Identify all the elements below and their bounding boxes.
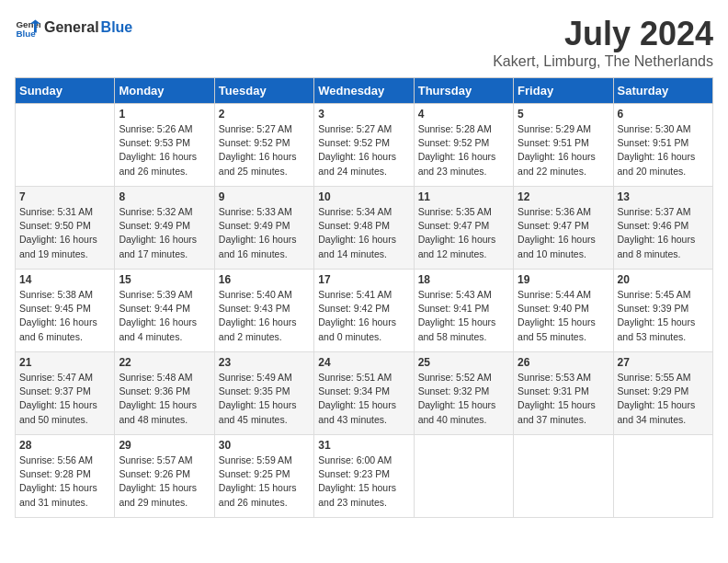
calendar-body: 1Sunrise: 5:26 AM Sunset: 9:53 PM Daylig…: [16, 104, 713, 518]
calendar-cell: 31Sunrise: 6:00 AM Sunset: 9:23 PM Dayli…: [314, 435, 414, 518]
day-number: 4: [418, 108, 509, 121]
cell-content: Sunrise: 5:27 AM Sunset: 9:52 PM Dayligh…: [318, 122, 409, 178]
calendar-cell: 29Sunrise: 5:57 AM Sunset: 9:26 PM Dayli…: [115, 435, 214, 518]
logo-general-text: General: [44, 19, 99, 36]
calendar-cell: 8Sunrise: 5:32 AM Sunset: 9:49 PM Daylig…: [115, 187, 214, 270]
calendar-cell: 17Sunrise: 5:41 AM Sunset: 9:42 PM Dayli…: [314, 270, 414, 352]
cell-content: Sunrise: 5:57 AM Sunset: 9:26 PM Dayligh…: [119, 454, 210, 510]
calendar-week-row: 7Sunrise: 5:31 AM Sunset: 9:50 PM Daylig…: [16, 187, 713, 270]
title-area: July 2024 Kakert, Limburg, The Netherlan…: [493, 15, 713, 70]
day-number: 13: [618, 190, 709, 203]
calendar-cell: 21Sunrise: 5:47 AM Sunset: 9:37 PM Dayli…: [16, 352, 115, 435]
svg-text:Blue: Blue: [16, 29, 36, 39]
calendar-cell: 4Sunrise: 5:28 AM Sunset: 9:52 PM Daylig…: [414, 104, 513, 187]
day-number: 28: [19, 439, 110, 452]
page-header: General Blue General Blue July 2024 Kake…: [15, 15, 713, 70]
cell-content: Sunrise: 5:48 AM Sunset: 9:36 PM Dayligh…: [119, 371, 210, 427]
day-number: 26: [518, 356, 609, 369]
calendar-week-row: 14Sunrise: 5:38 AM Sunset: 9:45 PM Dayli…: [16, 270, 713, 352]
calendar-cell: 23Sunrise: 5:49 AM Sunset: 9:35 PM Dayli…: [214, 352, 313, 435]
day-number: 6: [618, 108, 709, 121]
logo: General Blue General Blue: [15, 15, 132, 40]
calendar-cell: [613, 435, 712, 518]
calendar-cell: 5Sunrise: 5:29 AM Sunset: 9:51 PM Daylig…: [514, 104, 613, 187]
day-header-monday: Monday: [115, 78, 214, 104]
calendar-cell: 16Sunrise: 5:40 AM Sunset: 9:43 PM Dayli…: [214, 270, 313, 352]
calendar-cell: 14Sunrise: 5:38 AM Sunset: 9:45 PM Dayli…: [16, 270, 115, 352]
day-number: 3: [318, 108, 409, 121]
day-number: 5: [518, 108, 609, 121]
day-header-friday: Friday: [514, 78, 613, 104]
logo-icon: General Blue: [15, 15, 40, 40]
calendar-cell: 10Sunrise: 5:34 AM Sunset: 9:48 PM Dayli…: [314, 187, 414, 270]
cell-content: Sunrise: 5:37 AM Sunset: 9:46 PM Dayligh…: [618, 205, 709, 261]
cell-content: Sunrise: 5:41 AM Sunset: 9:42 PM Dayligh…: [318, 288, 409, 344]
cell-content: Sunrise: 5:31 AM Sunset: 9:50 PM Dayligh…: [19, 205, 110, 261]
calendar-cell: 15Sunrise: 5:39 AM Sunset: 9:44 PM Dayli…: [115, 270, 214, 352]
day-header-wednesday: Wednesday: [314, 78, 414, 104]
calendar-cell: 19Sunrise: 5:44 AM Sunset: 9:40 PM Dayli…: [514, 270, 613, 352]
calendar-cell: 30Sunrise: 5:59 AM Sunset: 9:25 PM Dayli…: [214, 435, 313, 518]
calendar-cell: 26Sunrise: 5:53 AM Sunset: 9:31 PM Dayli…: [514, 352, 613, 435]
day-number: 24: [318, 356, 409, 369]
cell-content: Sunrise: 5:53 AM Sunset: 9:31 PM Dayligh…: [518, 371, 609, 427]
day-header-sunday: Sunday: [16, 78, 115, 104]
day-number: 30: [219, 439, 310, 452]
cell-content: Sunrise: 5:55 AM Sunset: 9:29 PM Dayligh…: [618, 371, 709, 427]
calendar-cell: [514, 435, 613, 518]
month-title: July 2024: [493, 15, 713, 53]
day-number: 1: [119, 108, 210, 121]
day-number: 21: [19, 356, 110, 369]
calendar-week-row: 21Sunrise: 5:47 AM Sunset: 9:37 PM Dayli…: [16, 352, 713, 435]
day-number: 18: [418, 273, 509, 286]
calendar-table: SundayMondayTuesdayWednesdayThursdayFrid…: [15, 77, 713, 518]
calendar-cell: 9Sunrise: 5:33 AM Sunset: 9:49 PM Daylig…: [214, 187, 313, 270]
cell-content: Sunrise: 5:47 AM Sunset: 9:37 PM Dayligh…: [19, 371, 110, 427]
day-number: 23: [219, 356, 310, 369]
cell-content: Sunrise: 5:29 AM Sunset: 9:51 PM Dayligh…: [518, 122, 609, 178]
calendar-cell: 3Sunrise: 5:27 AM Sunset: 9:52 PM Daylig…: [314, 104, 414, 187]
cell-content: Sunrise: 5:27 AM Sunset: 9:52 PM Dayligh…: [219, 122, 310, 178]
day-number: 22: [119, 356, 210, 369]
calendar-cell: 24Sunrise: 5:51 AM Sunset: 9:34 PM Dayli…: [314, 352, 414, 435]
day-number: 8: [119, 190, 210, 203]
day-number: 11: [418, 190, 509, 203]
location-title: Kakert, Limburg, The Netherlands: [493, 53, 713, 70]
day-number: 10: [318, 190, 409, 203]
calendar-cell: 2Sunrise: 5:27 AM Sunset: 9:52 PM Daylig…: [214, 104, 313, 187]
day-number: 17: [318, 273, 409, 286]
day-number: 25: [418, 356, 509, 369]
day-number: 16: [219, 273, 310, 286]
day-number: 19: [518, 273, 609, 286]
cell-content: Sunrise: 5:35 AM Sunset: 9:47 PM Dayligh…: [418, 205, 509, 261]
calendar-cell: 20Sunrise: 5:45 AM Sunset: 9:39 PM Dayli…: [613, 270, 712, 352]
calendar-cell: 25Sunrise: 5:52 AM Sunset: 9:32 PM Dayli…: [414, 352, 513, 435]
cell-content: Sunrise: 5:39 AM Sunset: 9:44 PM Dayligh…: [119, 288, 210, 344]
day-number: 12: [518, 190, 609, 203]
logo-blue-text: Blue: [101, 19, 133, 36]
cell-content: Sunrise: 5:56 AM Sunset: 9:28 PM Dayligh…: [19, 454, 110, 510]
day-number: 29: [119, 439, 210, 452]
calendar-cell: 27Sunrise: 5:55 AM Sunset: 9:29 PM Dayli…: [613, 352, 712, 435]
calendar-header-row: SundayMondayTuesdayWednesdayThursdayFrid…: [16, 78, 713, 104]
day-number: 31: [318, 439, 409, 452]
cell-content: Sunrise: 5:40 AM Sunset: 9:43 PM Dayligh…: [219, 288, 310, 344]
calendar-cell: [16, 104, 115, 187]
day-header-tuesday: Tuesday: [214, 78, 313, 104]
cell-content: Sunrise: 5:45 AM Sunset: 9:39 PM Dayligh…: [618, 288, 709, 344]
cell-content: Sunrise: 5:38 AM Sunset: 9:45 PM Dayligh…: [19, 288, 110, 344]
cell-content: Sunrise: 5:26 AM Sunset: 9:53 PM Dayligh…: [119, 122, 210, 178]
day-number: 9: [219, 190, 310, 203]
cell-content: Sunrise: 5:43 AM Sunset: 9:41 PM Dayligh…: [418, 288, 509, 344]
calendar-cell: 6Sunrise: 5:30 AM Sunset: 9:51 PM Daylig…: [613, 104, 712, 187]
calendar-cell: 22Sunrise: 5:48 AM Sunset: 9:36 PM Dayli…: [115, 352, 214, 435]
cell-content: Sunrise: 5:52 AM Sunset: 9:32 PM Dayligh…: [418, 371, 509, 427]
cell-content: Sunrise: 6:00 AM Sunset: 9:23 PM Dayligh…: [318, 454, 409, 510]
calendar-cell: 12Sunrise: 5:36 AM Sunset: 9:47 PM Dayli…: [514, 187, 613, 270]
day-number: 2: [219, 108, 310, 121]
cell-content: Sunrise: 5:32 AM Sunset: 9:49 PM Dayligh…: [119, 205, 210, 261]
cell-content: Sunrise: 5:28 AM Sunset: 9:52 PM Dayligh…: [418, 122, 509, 178]
day-number: 7: [19, 190, 110, 203]
calendar-week-row: 1Sunrise: 5:26 AM Sunset: 9:53 PM Daylig…: [16, 104, 713, 187]
calendar-cell: 11Sunrise: 5:35 AM Sunset: 9:47 PM Dayli…: [414, 187, 513, 270]
